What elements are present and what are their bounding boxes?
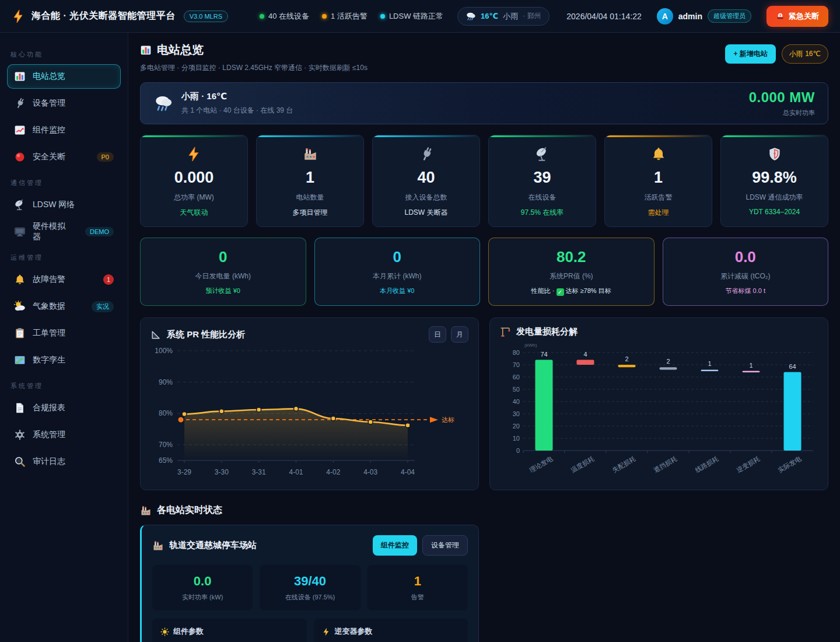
factory-icon bbox=[152, 540, 164, 552]
world-map-icon bbox=[14, 354, 26, 366]
svg-text:达标: 达标 bbox=[442, 416, 454, 423]
station-power-box: 0.0 实时功率 (kW) bbox=[152, 565, 253, 610]
kpi-card-row: 0 今日发电量 (kWh) 预计收益 ¥0 0 本月累计 (kWh) 本月收益 … bbox=[140, 238, 828, 306]
svg-text:遮挡损耗: 遮挡损耗 bbox=[652, 455, 678, 473]
version-badge: V3.0 MLRS bbox=[184, 11, 228, 22]
svg-text:74: 74 bbox=[540, 351, 547, 358]
station-online-box: 39/40 在线设备 (97.5%) bbox=[260, 565, 360, 610]
pr-line-chart: 100%90%80%70%65%达标3-293-303-314-014-024-… bbox=[150, 343, 468, 479]
sidebar-item-compliance-reports[interactable]: 合规报表 bbox=[7, 396, 121, 420]
user-menu[interactable]: A admin 超级管理员 bbox=[657, 8, 751, 25]
loss-waterfall-chart: 01020304050607080(kWh)74理论发电4温度损耗2失配损耗2遮… bbox=[500, 337, 818, 476]
loss-breakdown-panel: 发电量损耗分解 01020304050607080(kWh)74理论发电4温度损… bbox=[489, 317, 828, 490]
rain-cloud-icon bbox=[466, 11, 476, 22]
sidebar-item-work-orders[interactable]: 工单管理 bbox=[7, 321, 121, 346]
alert-count-badge: 1 bbox=[103, 274, 114, 285]
inverter-params-panel: 逆变器参数 品牌华为 型号SUN2000-5KTL-M1 bbox=[314, 619, 468, 642]
module-monitor-button[interactable]: 组件监控 bbox=[373, 535, 417, 556]
app-header: 海合能 · 光伏关断器智能管理平台 V3.0 MLRS 40 在线设备 1 活跃… bbox=[0, 0, 840, 33]
demo-badge: DEMO bbox=[85, 227, 114, 236]
svg-text:线路损耗: 线路损耗 bbox=[694, 455, 719, 473]
svg-text:3-29: 3-29 bbox=[177, 468, 191, 476]
priority-badge: P0 bbox=[97, 152, 114, 162]
plug-icon bbox=[14, 97, 26, 109]
svg-text:1: 1 bbox=[749, 362, 752, 369]
page-title: 电站总览 bbox=[157, 42, 204, 58]
nav-section-ops: 运维管理 bbox=[10, 253, 117, 262]
stat-card-row: 0.000 总功率 (MW) 天气联动 1 电站数量 多项目管理 40 接入设备… bbox=[140, 135, 828, 227]
role-badge: 超级管理员 bbox=[708, 9, 751, 23]
svg-text:100%: 100% bbox=[155, 347, 173, 355]
svg-text:40: 40 bbox=[513, 398, 520, 405]
svg-text:90%: 90% bbox=[159, 378, 173, 386]
svg-text:0: 0 bbox=[516, 447, 520, 454]
sidebar-item-module-monitoring[interactable]: 组件监控 bbox=[7, 118, 121, 142]
sidebar-item-digital-twin[interactable]: 数字孪生 bbox=[7, 348, 121, 372]
svg-text:逆变损耗: 逆变损耗 bbox=[735, 455, 761, 473]
svg-text:1: 1 bbox=[708, 360, 711, 367]
logo-bolt-icon bbox=[12, 9, 26, 23]
sidebar-item-ldsw-network[interactable]: LDSW 网络 bbox=[7, 193, 121, 217]
check-icon: ✓ bbox=[556, 288, 564, 296]
loss-panel-title: 发电量损耗分解 bbox=[516, 326, 578, 337]
kpi-card-today-energy: 0 今日发电量 (kWh) 预计收益 ¥0 bbox=[140, 238, 306, 306]
stat-card-online-devices: 39 在线设备 97.5% 在线率 bbox=[488, 135, 596, 227]
stations-section-heading: 各电站实时状态 bbox=[140, 504, 828, 517]
weather-cond: 小雨 bbox=[503, 11, 518, 22]
clock: 2026/04/04 01:14:22 bbox=[566, 12, 641, 21]
rain-cloud-icon bbox=[153, 93, 173, 113]
svg-text:理论发电: 理论发电 bbox=[528, 455, 554, 473]
svg-text:2: 2 bbox=[666, 358, 670, 365]
sidebar-item-weather-data[interactable]: 气象数据 实况 bbox=[7, 294, 121, 319]
banner-title: 小雨 · 16℃ bbox=[181, 91, 293, 102]
sidebar-item-system-management[interactable]: 系统管理 bbox=[7, 423, 121, 447]
clipboard-icon bbox=[14, 327, 26, 339]
sidebar-item-audit-log[interactable]: 审计日志 bbox=[7, 449, 121, 474]
bell-icon bbox=[651, 146, 666, 162]
document-icon bbox=[14, 402, 26, 414]
green-dot-icon bbox=[260, 14, 264, 19]
gear-icon bbox=[14, 429, 26, 441]
sidebar-item-station-overview[interactable]: 电站总览 bbox=[7, 64, 121, 89]
stat-card-total-power: 0.000 总功率 (MW) 天气联动 bbox=[140, 135, 248, 227]
sidebar-item-device-management[interactable]: 设备管理 bbox=[7, 91, 121, 116]
device-manage-button[interactable]: 设备管理 bbox=[422, 535, 468, 556]
pr-panel-title: 系统 PR 性能比分析 bbox=[167, 329, 245, 340]
triangle-ruler-icon bbox=[150, 329, 162, 340]
header-weather-pill[interactable]: 16℃ 小雨 · 鄞州 bbox=[457, 7, 550, 26]
bolt-icon bbox=[187, 146, 202, 162]
add-station-button[interactable]: + 新增电站 bbox=[725, 44, 775, 64]
total-power-value: 0.000 MW bbox=[749, 89, 815, 106]
plug-icon bbox=[419, 146, 434, 162]
emergency-shutdown-button[interactable]: 紧急关断 bbox=[766, 6, 828, 27]
card-accent-bar bbox=[721, 135, 828, 137]
total-power-label: 总实时功率 bbox=[749, 109, 815, 117]
siren-icon bbox=[776, 12, 785, 20]
stat-card-comm-success: 99.8% LDSW 通信成功率 YDT 6334–2024 bbox=[720, 135, 828, 227]
svg-text:温度损耗: 温度损耗 bbox=[569, 455, 595, 473]
monitor-icon bbox=[14, 226, 26, 238]
avatar: A bbox=[657, 8, 673, 25]
bell-icon bbox=[14, 274, 26, 285]
svg-text:50: 50 bbox=[513, 386, 520, 393]
factory-icon bbox=[140, 505, 152, 517]
satellite-dish-icon bbox=[535, 146, 550, 162]
svg-text:60: 60 bbox=[513, 374, 520, 381]
day-toggle-button[interactable]: 日 bbox=[429, 326, 446, 343]
month-toggle-button[interactable]: 月 bbox=[451, 326, 468, 343]
card-accent-bar bbox=[257, 135, 363, 137]
weather-banner: 小雨 · 16℃ 共 1 个电站 · 40 台设备 · 在线 39 台 0.00… bbox=[140, 82, 828, 124]
svg-text:2: 2 bbox=[625, 355, 628, 362]
pr-analysis-panel: 系统 PR 性能比分析 日 月 100%90%80%70%65%达标3-293-… bbox=[140, 317, 479, 490]
svg-text:10: 10 bbox=[513, 435, 520, 442]
sidebar-item-hardware-simulator[interactable]: 硬件模拟器 DEMO bbox=[7, 219, 121, 244]
factory-icon bbox=[303, 146, 318, 162]
svg-text:4-04: 4-04 bbox=[401, 468, 415, 476]
magnifier-icon bbox=[14, 456, 26, 467]
nav-section-comm: 通信管理 bbox=[10, 179, 117, 187]
module-params-panel: 组件参数 品牌晶科 型号JAM66D45 bbox=[152, 619, 307, 642]
sidebar-item-fault-alerts[interactable]: 故障告警 1 bbox=[7, 267, 121, 292]
sidebar-item-safety-shutdown[interactable]: 安全关断 P0 bbox=[7, 145, 121, 169]
page-subtitle: 多电站管理 · 分项目监控 · LDSW 2.45GHz 窄带通信 · 实时数据… bbox=[140, 63, 368, 73]
pr-target-note: 性能比 ·✓达标 ≥78% 目标 bbox=[495, 287, 648, 296]
